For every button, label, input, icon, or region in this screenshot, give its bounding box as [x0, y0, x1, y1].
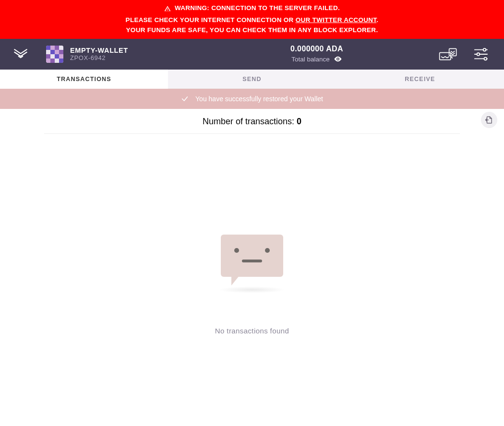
banner-line2-pre: PLEASE CHECK YOUR INTERNET CONNECTION OR — [126, 16, 296, 24]
settings-sliders-icon — [474, 47, 488, 61]
app-header: EMPTY-WALLET ZPOX-6942 0.000000 ADA Tota… — [0, 39, 504, 70]
export-file-icon — [485, 116, 493, 124]
balance-amount: 0.000000 ADA — [290, 45, 343, 53]
wallet-tabs: TRANSACTIONS SEND RECEIVE — [0, 70, 504, 89]
wallet-name: EMPTY-WALLET — [70, 47, 128, 54]
tab-receive[interactable]: RECEIVE — [336, 70, 504, 89]
warning-banner: WARNING: CONNECTION TO THE SERVER FAILED… — [0, 0, 504, 39]
success-message: You have successfully restored your Wall… — [195, 95, 323, 103]
toggle-balance-visibility-button[interactable] — [334, 55, 342, 63]
wallet-avatar-icon — [46, 46, 63, 63]
export-transactions-button[interactable] — [481, 112, 497, 128]
empty-state: No transactions found — [44, 235, 460, 335]
transactions-pane: Number of transactions: 0 No transaction… — [0, 109, 504, 354]
twitter-account-link[interactable]: OUR TWITTER ACCOUNT — [296, 16, 377, 24]
tab-transactions[interactable]: TRANSACTIONS — [0, 70, 168, 89]
success-notification: You have successfully restored your Wall… — [0, 89, 504, 109]
wallet-selector[interactable]: EMPTY-WALLET ZPOX-6942 — [41, 39, 195, 70]
yoroi-logo-icon — [12, 46, 29, 62]
check-icon — [181, 95, 189, 103]
banner-line2-post: . — [376, 16, 378, 24]
paper-wallets-icon — [439, 47, 458, 61]
paper-wallets-button[interactable] — [439, 45, 458, 64]
eye-icon — [334, 55, 342, 63]
warning-triangle-icon — [164, 5, 171, 12]
svg-point-3 — [483, 48, 486, 51]
empty-state-text: No transactions found — [215, 327, 289, 335]
svg-point-5 — [477, 53, 480, 56]
transaction-count-value: 0 — [297, 117, 301, 126]
transaction-count-label: Number of transactions: — [203, 117, 297, 126]
banner-line3: YOUR FUNDS ARE SAFE, YOU CAN CHECK THEM … — [126, 26, 378, 34]
wallet-plate-id: ZPOX-6942 — [70, 54, 128, 61]
transaction-count: Number of transactions: 0 — [44, 115, 460, 134]
settings-button[interactable] — [471, 45, 491, 64]
tab-send[interactable]: SEND — [168, 70, 336, 89]
svg-point-7 — [484, 57, 487, 60]
banner-line1: WARNING: CONNECTION TO THE SERVER FAILED… — [175, 3, 340, 13]
app-logo-button[interactable] — [11, 45, 30, 64]
balance-label: Total balance — [291, 56, 330, 63]
empty-state-illustration — [221, 235, 283, 277]
